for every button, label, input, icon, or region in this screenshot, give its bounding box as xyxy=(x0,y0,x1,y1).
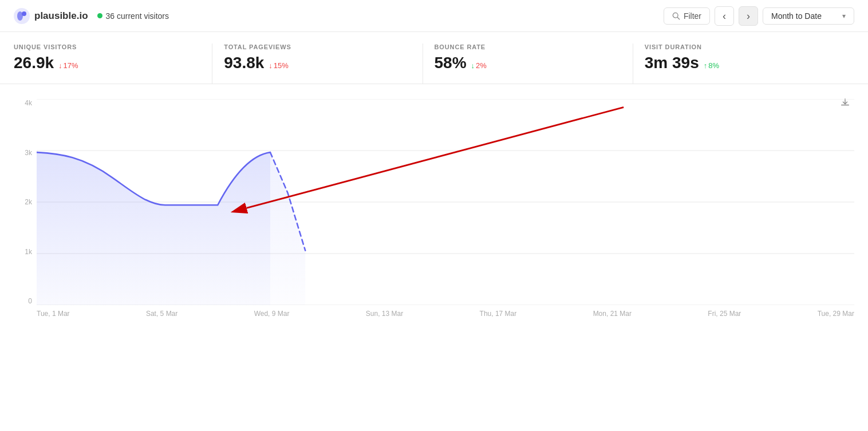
chart-svg xyxy=(37,99,854,305)
x-label-7: Tue, 29 Mar xyxy=(818,310,854,318)
stats-row: UNIQUE VISITORS 26.9k ↓ 17% TOTAL PAGEVI… xyxy=(0,32,868,84)
chevron-down-icon: ▾ xyxy=(842,12,846,20)
svg-line-4 xyxy=(677,17,680,19)
svg-point-2 xyxy=(22,11,26,16)
x-label-3: Sun, 13 Mar xyxy=(366,310,403,318)
stat-unique-visitors-change: ↓ 17% xyxy=(58,61,78,70)
stat-total-pageviews: TOTAL PAGEVIEWS 93.8k ↓ 15% xyxy=(224,44,423,84)
logo-icon xyxy=(14,8,30,24)
main-chart: 0 1k 2k 3k 4k xyxy=(14,99,854,328)
header: plausible.io 36 current visitors Filter … xyxy=(0,0,868,32)
date-range-label: Month to Date xyxy=(771,11,822,21)
stat-total-pageviews-label: TOTAL PAGEVIEWS xyxy=(224,44,411,50)
visitors-count: 36 current visitors xyxy=(106,11,169,21)
stat-visit-duration-value: 3m 39s xyxy=(645,54,699,72)
current-visitors-badge: 36 current visitors xyxy=(97,11,169,21)
logo-area: plausible.io xyxy=(14,8,88,24)
header-controls: Filter ‹ › Month to Date ▾ xyxy=(664,6,854,26)
chevron-right-icon: › xyxy=(747,11,750,21)
chart-area: 0 1k 2k 3k 4k xyxy=(0,84,868,362)
x-label-6: Fri, 25 Mar xyxy=(708,310,741,318)
stat-visit-duration-label: VISIT DURATION xyxy=(645,44,831,50)
x-label-0: Tue, 1 Mar xyxy=(37,310,70,318)
x-label-5: Mon, 21 Mar xyxy=(593,310,632,318)
chart-svg-container xyxy=(37,99,854,305)
chart-area-fill-dashed xyxy=(270,152,305,305)
stat-total-pageviews-change: ↓ 15% xyxy=(269,61,289,70)
stat-bounce-rate: BOUNCE RATE 58% ↓ 2% xyxy=(435,44,633,84)
y-label-3k: 3k xyxy=(14,149,37,157)
chevron-left-icon: ‹ xyxy=(723,11,726,21)
y-axis: 0 1k 2k 3k 4k xyxy=(14,99,37,305)
nav-prev-button[interactable]: ‹ xyxy=(715,6,734,26)
y-label-4k: 4k xyxy=(14,99,37,107)
x-label-1: Sat, 5 Mar xyxy=(146,310,177,318)
arrow-down-icon-3: ↓ xyxy=(471,61,475,70)
date-range-button[interactable]: Month to Date ▾ xyxy=(763,7,854,25)
stat-bounce-rate-value: 58% xyxy=(435,54,467,72)
x-axis: Tue, 1 Mar Sat, 5 Mar Wed, 9 Mar Sun, 13… xyxy=(37,305,854,328)
y-label-1k: 1k xyxy=(14,248,37,256)
stat-bounce-rate-label: BOUNCE RATE xyxy=(435,44,621,50)
chart-area-fill-solid xyxy=(37,152,270,305)
y-label-0: 0 xyxy=(14,297,37,305)
stat-visit-duration: VISIT DURATION 3m 39s ↑ 8% xyxy=(645,44,843,84)
nav-next-button[interactable]: › xyxy=(739,6,758,26)
online-indicator xyxy=(97,13,102,18)
x-label-2: Wed, 9 Mar xyxy=(254,310,290,318)
x-label-4: Thu, 17 Mar xyxy=(480,310,517,318)
stat-bounce-rate-change: ↓ 2% xyxy=(471,61,487,70)
filter-label: Filter xyxy=(684,11,701,21)
arrow-down-icon-2: ↓ xyxy=(269,61,273,70)
stat-unique-visitors-value: 26.9k xyxy=(14,54,54,72)
arrow-down-icon: ↓ xyxy=(58,61,62,70)
arrow-up-icon: ↑ xyxy=(704,61,708,70)
stat-unique-visitors: UNIQUE VISITORS 26.9k ↓ 17% xyxy=(14,44,212,84)
stat-unique-visitors-label: UNIQUE VISITORS xyxy=(14,44,200,50)
filter-button[interactable]: Filter xyxy=(664,7,710,25)
y-label-2k: 2k xyxy=(14,198,37,206)
search-icon xyxy=(672,12,680,20)
stat-total-pageviews-value: 93.8k xyxy=(224,54,264,72)
logo-text: plausible.io xyxy=(34,10,88,22)
stat-visit-duration-change: ↑ 8% xyxy=(704,61,719,70)
